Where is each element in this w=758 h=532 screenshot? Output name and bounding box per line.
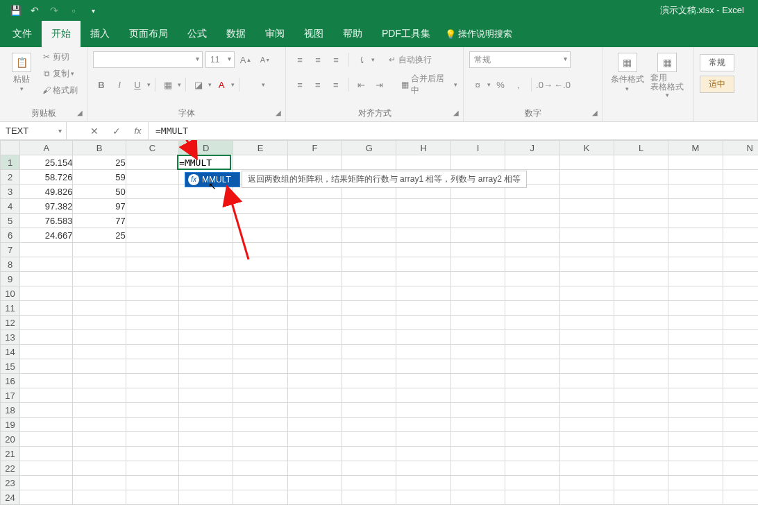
tab-page-layout[interactable]: 页面布局 [119,21,178,47]
cell-H11[interactable] [396,301,450,316]
cell-K16[interactable] [559,374,614,388]
cell-K24[interactable] [559,490,614,505]
cell-C24[interactable] [126,490,178,505]
cell-N9[interactable] [723,272,758,286]
percent-icon[interactable]: % [492,76,509,93]
cell-J19[interactable] [505,418,559,432]
cell-C21[interactable] [126,447,178,461]
cell-M2[interactable] [668,170,723,185]
cell-J18[interactable] [505,403,559,418]
cell-H4[interactable] [396,199,450,214]
cell-E17[interactable] [233,388,287,403]
tab-data[interactable]: 数据 [217,21,255,47]
font-color-button[interactable]: A [213,76,230,93]
cell-K19[interactable] [559,418,614,432]
cell-M11[interactable] [668,301,723,316]
cell-I19[interactable] [450,418,505,432]
cell-E16[interactable] [233,374,287,388]
cell-F20[interactable] [287,432,342,447]
row-header-19[interactable]: 19 [1,418,20,432]
orientation-icon[interactable]: ⤹ [353,51,370,68]
cell-I20[interactable] [450,432,505,447]
row-header-15[interactable]: 15 [1,359,20,374]
autocomplete-item[interactable]: fx MMULT [185,172,240,187]
cell-B14[interactable] [73,345,126,359]
row-header-6[interactable]: 6 [1,228,20,243]
cell-E21[interactable] [233,447,287,461]
cell-I23[interactable] [450,476,505,490]
cell-B24[interactable] [73,490,126,505]
cell-J5[interactable] [505,214,559,228]
cell-M24[interactable] [668,490,723,505]
col-header-K[interactable]: K [559,141,614,155]
cell-I13[interactable] [450,330,505,345]
col-header-D[interactable]: D [179,141,233,155]
cell-L3[interactable] [614,185,668,199]
cell-K23[interactable] [559,476,614,490]
cell-E5[interactable] [233,214,287,228]
cell-A16[interactable] [20,374,73,388]
cell-B19[interactable] [73,418,126,432]
cell-L20[interactable] [614,432,668,447]
cell-F4[interactable] [287,199,342,214]
col-header-B[interactable]: B [73,141,126,155]
tab-view[interactable]: 视图 [294,21,333,47]
cell-L22[interactable] [614,461,668,476]
increase-font-icon[interactable]: A▲ [237,51,254,68]
cell-B7[interactable] [73,243,126,257]
cell-F6[interactable] [287,228,342,243]
cell-M9[interactable] [668,272,723,286]
cell-J12[interactable] [505,316,559,330]
row-header-11[interactable]: 11 [1,301,20,316]
cell-F15[interactable] [287,359,342,374]
cell-C2[interactable] [126,170,178,185]
cell-A8[interactable] [20,257,73,272]
cell-F9[interactable] [287,272,342,286]
cell-L1[interactable] [614,155,668,170]
cell-G24[interactable] [342,490,396,505]
cell-N11[interactable] [723,301,758,316]
cell-K12[interactable] [559,316,614,330]
cell-B12[interactable] [73,316,126,330]
cell-G16[interactable] [342,374,396,388]
col-header-E[interactable]: E [233,141,287,155]
cell-C6[interactable] [126,228,178,243]
cell-J16[interactable] [505,374,559,388]
cell-F21[interactable] [287,447,342,461]
cell-N6[interactable] [723,228,758,243]
cell-F10[interactable] [287,286,342,301]
align-launcher-icon[interactable]: ◢ [453,109,459,117]
row-header-20[interactable]: 20 [1,432,20,447]
row-header-22[interactable]: 22 [1,461,20,476]
cell-D18[interactable] [179,403,233,418]
cell-D24[interactable] [179,490,233,505]
cell-E11[interactable] [233,301,287,316]
cell-F11[interactable] [287,301,342,316]
cell-M19[interactable] [668,418,723,432]
cell-L16[interactable] [614,374,668,388]
cell-G20[interactable] [342,432,396,447]
qat-dropdown-icon[interactable]: ▾ [83,0,103,21]
row-header-23[interactable]: 23 [1,476,20,490]
name-box[interactable]: TEXT▾ [0,122,67,140]
cell-N4[interactable] [723,199,758,214]
cell-G6[interactable] [342,228,396,243]
cell-H14[interactable] [396,345,450,359]
cell-H1[interactable] [396,155,450,170]
cell-I21[interactable] [450,447,505,461]
cell-H19[interactable] [396,418,450,432]
cell-E15[interactable] [233,359,287,374]
row-header-8[interactable]: 8 [1,257,20,272]
font-size-combo[interactable]: 11▾ [205,51,235,68]
cell-M13[interactable] [668,330,723,345]
cell-style-normal[interactable]: 常规 [700,54,734,71]
cell-G9[interactable] [342,272,396,286]
cell-E9[interactable] [233,272,287,286]
row-header-5[interactable]: 5 [1,214,20,228]
cell-M17[interactable] [668,388,723,403]
cell-D4[interactable] [179,199,233,214]
wrap-text-button[interactable]: ↵自动换行 [386,53,432,67]
cell-H10[interactable] [396,286,450,301]
redo-icon[interactable]: ↷ [44,0,64,21]
cell-B20[interactable] [73,432,126,447]
